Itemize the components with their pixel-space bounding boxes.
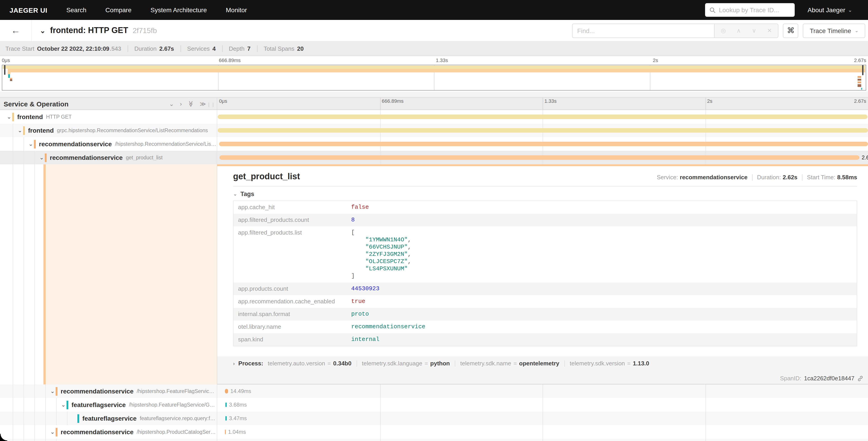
trace-collapse-chevron-icon[interactable]: ⌄ <box>40 27 45 35</box>
tag-row[interactable]: app.filtered_products.list[ "1YMWWN1N4O"… <box>234 226 857 283</box>
span-duration-bar[interactable] <box>218 115 868 119</box>
span-row-featureflagservice[interactable]: ⌄featureflagservice/hipstershop.FeatureF… <box>0 398 868 412</box>
summary-depth: Depth7 <box>229 45 250 52</box>
operation-name: /hipstershop.FeatureFlagService/Ge… <box>129 402 217 408</box>
process-tag: telemetry.sdk.language=python <box>362 360 450 367</box>
nav-item-compare[interactable]: Compare <box>105 6 131 13</box>
about-jaeger-menu[interactable]: About Jaeger ⌄ <box>808 6 852 13</box>
row-toggle-chevron-icon[interactable]: ⌄ <box>49 429 56 435</box>
span-timeline-cell[interactable] <box>217 110 868 124</box>
row-toggle-chevron-icon[interactable]: ⌄ <box>6 114 12 120</box>
tag-row[interactable]: app.recommendation.cache_enabledtrue <box>234 295 857 308</box>
span-duration-bar[interactable] <box>225 389 228 393</box>
span-timeline-cell[interactable] <box>217 137 868 151</box>
tag-row[interactable]: app.filtered_products.count8 <box>234 214 857 226</box>
minimap-span-featureflag <box>8 74 10 78</box>
row-toggle-chevron-icon[interactable]: ⌄ <box>28 141 34 147</box>
span-duration-bar[interactable] <box>218 128 868 133</box>
span-name-cell[interactable]: ⌄recommendationserviceget_product_list <box>0 151 217 164</box>
span-detail-highlight <box>46 164 217 384</box>
span-meta: Service:recommendationserviceDuration:2.… <box>657 174 857 181</box>
match-highlight-icon[interactable]: ◎ <box>720 27 726 34</box>
span-timeline-cell[interactable] <box>217 124 868 137</box>
row-toggle-chevron-icon[interactable]: ⌄ <box>38 154 45 161</box>
tag-row[interactable]: internal.span.formatproto <box>234 308 857 321</box>
row-toggle-chevron-icon[interactable]: ⌄ <box>49 388 56 394</box>
span-timeline-cell[interactable]: 2.62s <box>217 151 868 164</box>
operation-name: grpc.hipstershop.RecommendationService/L… <box>57 128 208 133</box>
tag-value: internal <box>347 333 384 346</box>
span-timeline-cell[interactable]: 1.04ms <box>217 425 868 439</box>
service-color-bar <box>12 113 14 121</box>
expand-one-icon[interactable]: › <box>180 101 182 107</box>
span-row-recommendationservice[interactable]: ⌄recommendationservice/hipstershop.Recom… <box>0 137 868 151</box>
copy-link-icon[interactable] <box>857 375 864 381</box>
nav-item-monitor[interactable]: Monitor <box>226 6 247 13</box>
span-timeline-cell[interactable]: 14.49ms <box>217 384 868 398</box>
trace-minimap[interactable] <box>2 65 866 91</box>
tag-row[interactable]: app.cache_hitfalse <box>234 201 857 214</box>
minimap-span-featureflag <box>861 88 862 90</box>
span-name-cell[interactable]: ⌄recommendationservice/hipstershop.Recom… <box>0 137 217 151</box>
tag-row[interactable]: span.kindinternal <box>234 333 857 346</box>
span-row-frontend[interactable]: ⌄frontendgrpc.hipstershop.Recommendation… <box>0 124 868 137</box>
tags-accordion-toggle[interactable]: ⌄ Tags <box>233 190 857 198</box>
tag-key: app.products.count <box>234 283 347 295</box>
span-name-cell[interactable]: ⌄recommendationservice/hipstershop.Produ… <box>0 425 217 439</box>
process-accordion[interactable]: › Process: telemetry.auto.version=0.34b0… <box>217 356 868 367</box>
tag-row[interactable]: app.products.count44530923 <box>234 283 857 295</box>
trace-lookup-input[interactable]: Lookup by Trace ID... <box>705 3 795 17</box>
tag-key: span.kind <box>234 333 347 346</box>
tag-value: [ "1YMWWN1N4O", "66VCHSJNUP", "2ZYFJ3GM2… <box>347 226 416 283</box>
span-duration-label: 2.62s <box>862 154 868 161</box>
minimap-span-small <box>858 76 861 78</box>
next-match-icon[interactable]: ∨ <box>751 27 757 34</box>
span-name-cell[interactable]: ⌄featureflagservice/hipstershop.FeatureF… <box>0 398 217 412</box>
span-timeline-cell[interactable] <box>217 439 868 441</box>
trace-view-selector[interactable]: Trace Timeline ⌄ <box>803 23 865 38</box>
span-duration-bar[interactable] <box>225 416 227 421</box>
span-duration-bar[interactable] <box>219 142 868 146</box>
collapse-one-icon[interactable]: ⌄ <box>169 101 174 107</box>
find-input[interactable]: Find... <box>572 23 715 38</box>
span-row-recommendationservice[interactable]: ⌄recommendationservice/hipstershop.Featu… <box>0 384 868 398</box>
jaeger-logo[interactable]: JAEGER UI <box>9 6 47 14</box>
minimap-right-scrubber[interactable] <box>862 65 864 75</box>
service-name: featureflagservice <box>82 415 137 422</box>
tags-table: app.cache_hitfalseapp.filtered_products.… <box>233 201 857 346</box>
span-timeline-cell[interactable]: 3.68ms <box>217 398 868 412</box>
expand-all-icon[interactable]: ≫ <box>200 101 206 107</box>
span-row-featureflagservice[interactable]: featureflagservicefeatureflagservice.rep… <box>0 412 868 425</box>
span-row-recommendationservice[interactable]: ⌄recommendationserviceget_product_list2.… <box>0 151 868 164</box>
span-row[interactable] <box>0 439 868 441</box>
service-color-bar <box>45 153 46 162</box>
span-name-cell[interactable]: featureflagservicefeatureflagservice.rep… <box>0 412 217 425</box>
span-duration-bar[interactable] <box>219 155 859 160</box>
span-name-cell[interactable]: ⌄frontendHTTP GET <box>0 110 217 124</box>
minimap-span-small <box>8 72 10 74</box>
clear-find-icon[interactable]: ✕ <box>766 27 773 34</box>
span-row-recommendationservice[interactable]: ⌄recommendationservice/hipstershop.Produ… <box>0 425 868 439</box>
row-toggle-chevron-icon[interactable]: ⌄ <box>17 127 23 134</box>
span-duration-bar[interactable] <box>225 403 227 407</box>
row-toggle-chevron-icon[interactable]: ⌄ <box>60 402 66 408</box>
span-name-cell[interactable] <box>0 439 217 441</box>
minimap-span-small <box>10 79 12 81</box>
keyboard-shortcuts-button[interactable]: ⌘ <box>783 23 799 38</box>
span-name-cell[interactable]: ⌄recommendationservice/hipstershop.Featu… <box>0 384 217 398</box>
span-timeline-cell[interactable]: 3.47ms <box>217 412 868 425</box>
back-button[interactable]: ← <box>0 20 32 41</box>
collapse-all-icon[interactable]: ≫ <box>188 100 194 107</box>
tag-value: false <box>347 201 373 214</box>
minimap-left-scrubber[interactable] <box>4 65 5 75</box>
nav-item-system-architecture[interactable]: System Architecture <box>151 6 207 13</box>
tag-row[interactable]: otel.library.namerecommendationservice <box>234 321 857 333</box>
prev-match-icon[interactable]: ∧ <box>736 27 742 34</box>
span-row-frontend[interactable]: ⌄frontendHTTP GET <box>0 110 868 124</box>
span-detail-indent-column <box>0 164 217 384</box>
span-duration-bar[interactable] <box>225 430 226 434</box>
tag-value: proto <box>347 308 373 321</box>
column-resizer-handle[interactable]: ❘❘ <box>207 102 215 107</box>
span-name-cell[interactable]: ⌄frontendgrpc.hipstershop.Recommendation… <box>0 124 217 137</box>
nav-item-search[interactable]: Search <box>66 6 87 13</box>
